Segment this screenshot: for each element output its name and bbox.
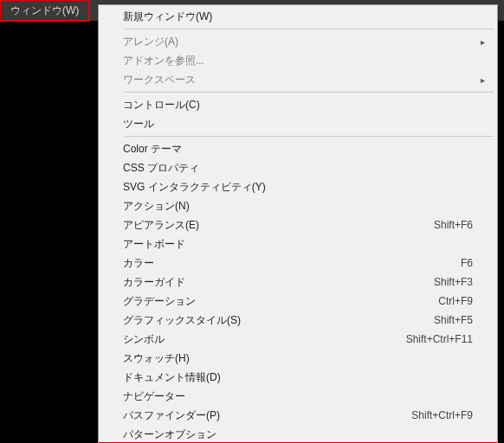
menu-item-label: アレンジ(A)	[123, 35, 478, 49]
menu-item[interactable]: ドキュメント情報(D)	[100, 368, 495, 387]
menu-item-label: ツール	[123, 117, 478, 132]
menu-item-label: アートボード	[123, 237, 478, 252]
menu-separator	[125, 136, 494, 137]
menu-item-label: グラデーション	[123, 294, 438, 309]
menu-item: ワークスペース▸	[100, 70, 495, 89]
menu-item[interactable]: Color テーマ	[100, 139, 495, 158]
menu-item-label: アピアランス(E)	[123, 218, 434, 233]
menu-item[interactable]: パスファインダー(P)Shift+Ctrl+F9	[100, 406, 495, 425]
menu-item[interactable]: アクション(N)	[100, 196, 495, 215]
menu-item: アドオンを参照...	[100, 51, 495, 70]
menu-item-shortcut: Ctrl+F9	[438, 295, 478, 307]
menu-item: アレンジ(A)▸	[100, 32, 495, 51]
menu-item[interactable]: 新規ウィンドウ(W)	[100, 7, 495, 26]
menu-item-shortcut: Shift+F6	[434, 219, 478, 231]
menu-item-label: パターンオプション	[123, 427, 478, 442]
menu-item-label: スウォッチ(H)	[123, 351, 478, 366]
menu-item-label: コントロール(C)	[123, 98, 478, 112]
menu-item-label: カラー	[123, 256, 461, 271]
menu-item[interactable]: CSS プロパティ	[100, 158, 495, 177]
menu-item-label: CSS プロパティ	[123, 161, 478, 176]
menu-item[interactable]: グラデーションCtrl+F9	[100, 292, 495, 311]
menu-item[interactable]: SVG インタラクティビティ(Y)	[100, 177, 495, 196]
menu-item[interactable]: ツール	[100, 114, 495, 133]
menu-item[interactable]: コントロール(C)	[100, 95, 495, 114]
menu-item-label: ワークスペース	[123, 73, 478, 87]
menu-item-label: アクション(N)	[123, 199, 478, 214]
window-menu-dropdown: 新規ウィンドウ(W)アレンジ(A)▸アドオンを参照...ワークスペース▸コントロ…	[98, 4, 498, 443]
menu-separator	[125, 92, 494, 93]
chevron-right-icon: ▸	[478, 75, 487, 85]
menu-item[interactable]: スウォッチ(H)	[100, 349, 495, 368]
menu-item-label: カラーガイド	[123, 275, 434, 290]
menubar-item-label: ウィンドウ(W)	[10, 3, 79, 18]
menu-item-label: アドオンを参照...	[123, 54, 478, 68]
menu-item[interactable]: カラーF6	[100, 254, 495, 273]
menu-item[interactable]: アピアランス(E)Shift+F6	[100, 215, 495, 234]
menu-item-shortcut: Shift+F3	[434, 276, 478, 288]
menu-item[interactable]: アートボード	[100, 234, 495, 254]
menu-item-label: SVG インタラクティビティ(Y)	[123, 180, 478, 195]
menu-item[interactable]: ナビゲーター	[100, 387, 495, 406]
menu-item[interactable]: シンボルShift+Ctrl+F11	[100, 330, 495, 349]
menu-item-label: Color テーマ	[123, 142, 478, 157]
menu-item[interactable]: パターンオプション	[100, 425, 495, 443]
menu-item-shortcut: Shift+Ctrl+F9	[411, 409, 478, 421]
menu-item-label: シンボル	[123, 332, 406, 347]
menu-item-shortcut: Shift+Ctrl+F11	[406, 333, 478, 345]
menu-item-label: ドキュメント情報(D)	[123, 370, 478, 385]
menu-separator	[125, 29, 494, 29]
chevron-right-icon: ▸	[478, 37, 487, 47]
menu-item-label: ナビゲーター	[123, 389, 478, 404]
menu-item-label: 新規ウィンドウ(W)	[123, 10, 478, 24]
menu-item-label: パスファインダー(P)	[123, 408, 411, 423]
menubar-item-window[interactable]: ウィンドウ(W)	[0, 0, 89, 21]
menu-item-shortcut: F6	[461, 257, 478, 269]
menu-item[interactable]: カラーガイドShift+F3	[100, 273, 495, 292]
menu-item-shortcut: Shift+F5	[434, 314, 478, 326]
menu-item-label: グラフィックスタイル(S)	[123, 313, 434, 328]
menu-item[interactable]: グラフィックスタイル(S)Shift+F5	[100, 311, 495, 330]
